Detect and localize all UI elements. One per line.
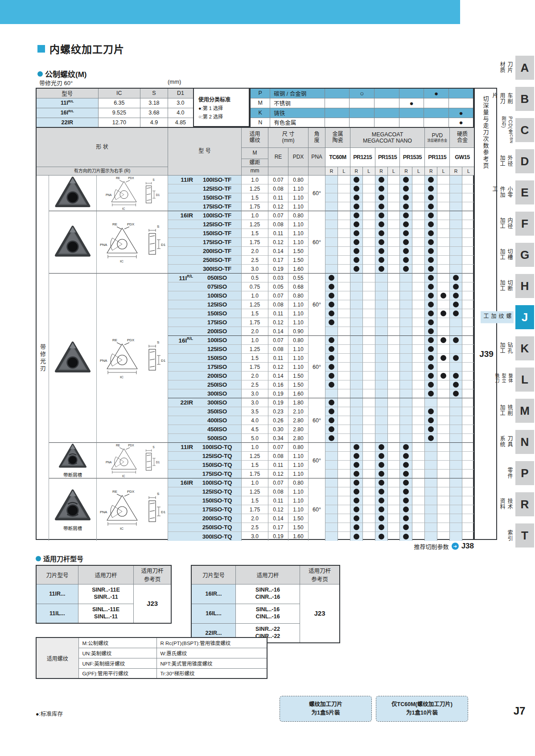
model-cell: 125ISO-TF [168, 220, 242, 229]
model-cell: 300ISO-TF [168, 265, 242, 274]
insert-selection-table: 形 状有方向的刀片图示为右手 (R)型 号适用螺纹M螺距mm尺 寸(mm)REP… [36, 127, 474, 540]
availability-cell [388, 363, 400, 372]
availability-cell [338, 478, 350, 487]
availability-cell [338, 238, 350, 247]
material-application-table: P碳钢 / 合金钢○●M不锈钢●K铸铁●N有色金属● [250, 88, 474, 128]
angle-header: 角度 [309, 128, 325, 148]
availability-cell [325, 220, 338, 229]
header-text: 角 [314, 131, 319, 138]
availability-cell [388, 434, 400, 443]
model-cell: 11IR/L050ISO [168, 274, 242, 282]
re-cell: 0.07 [268, 176, 288, 184]
material-mark-cell [350, 118, 374, 127]
spec-header-cell: 型号 [36, 88, 98, 98]
carbide-header: 硬质合金 [450, 128, 475, 148]
pitch-cell: 1.5 [242, 229, 268, 238]
availability-cell [388, 211, 400, 220]
availability-cell [375, 220, 388, 229]
sidebar-tab-label: 小零件加工 [491, 187, 514, 199]
pdx-cell: 1.10 [288, 202, 309, 211]
availability-cell [338, 407, 350, 416]
availability-cell [388, 380, 400, 389]
model-cell: 150ISO-TQ [168, 496, 242, 505]
availability-cell [437, 211, 450, 220]
availability-cell [425, 443, 437, 452]
availability-cell [437, 425, 450, 434]
availability-cell [400, 318, 412, 327]
availability-cell [412, 470, 425, 478]
re-cell: 0.11 [268, 354, 288, 363]
model-name: 075ISO [193, 283, 241, 290]
availability-cell [437, 398, 450, 407]
availability-cell [350, 461, 363, 470]
availability-cell [375, 282, 388, 291]
availability-cell [338, 211, 350, 220]
availability-cell [412, 265, 425, 274]
first-choice-dot [329, 426, 334, 432]
cermet-header: 金属陶瓷 [325, 128, 350, 148]
svg-text:RE: RE [112, 338, 117, 342]
availability-cell [425, 532, 437, 541]
availability-cell [388, 416, 400, 425]
availability-cell [338, 309, 350, 318]
availability-cell [388, 202, 400, 211]
first-choice-dot [428, 382, 434, 388]
availability-cell [450, 452, 462, 461]
grade-header-pr1535: PR1535 [400, 148, 425, 167]
first-choice-dot [403, 195, 409, 200]
re-cell: 0.08 [268, 452, 288, 461]
availability-cell [400, 211, 412, 220]
first-choice-dot [379, 204, 384, 209]
availability-cell [400, 389, 412, 398]
legend-item-cell: R Rc(PT)(BSPT):管用锥度螺纹 [156, 637, 267, 648]
pdx-cell: 0.68 [288, 282, 309, 291]
availability-cell [400, 238, 412, 247]
sidebar-tab-letter: E [515, 180, 534, 204]
top-color-band [0, 0, 460, 24]
availability-cell [462, 247, 475, 256]
header-line: 参考页 [134, 575, 171, 583]
availability-cell [325, 523, 338, 532]
sidebar-label-text: 技术资料 [498, 499, 514, 511]
first-choice-dot [428, 328, 434, 334]
unit-note: (mm) [168, 78, 181, 85]
pitch-cell: 1.25 [242, 345, 268, 354]
availability-cell [425, 452, 437, 461]
table-body-grid: 带修光刃REPDXPNAICSD1REPDXPNAICSD1REPDXPNAIC… [37, 176, 473, 541]
header-text: 陶瓷 [332, 138, 343, 144]
sidebar-tab-label: 外径加工 [498, 155, 514, 168]
first-choice-dot [403, 498, 409, 503]
availability-cell [375, 336, 388, 345]
model-cell: 125ISO [168, 345, 242, 354]
holder-model-cell: 16IL... [191, 604, 235, 623]
first-choice-dot [403, 266, 409, 272]
availability-cell [388, 523, 400, 532]
material-mark-cell [374, 118, 399, 127]
first-choice-dot [354, 534, 359, 539]
availability-cell [363, 523, 375, 532]
availability-cell [363, 327, 375, 336]
holder-header-cell: 适用刀杆参考页 [300, 565, 340, 584]
first-choice-dot [428, 391, 434, 396]
pitch-cell: 0.5 [242, 274, 268, 282]
first-choice-dot [428, 337, 434, 343]
insert-photo [49, 274, 97, 443]
holder-code: CINL..-16 [236, 613, 300, 621]
availability-cell [400, 220, 412, 229]
first-choice-dot [329, 435, 334, 441]
pitch-cell: 1.5 [242, 461, 268, 470]
availability-cell [437, 300, 450, 309]
holder-model-cell: 11IL... [36, 604, 78, 623]
availability-cell [338, 318, 350, 327]
holder-codes-cell: SINR..-11ESINR..-11 [78, 584, 133, 604]
availability-cell [425, 184, 437, 193]
availability-cell [437, 487, 450, 496]
availability-cell [338, 425, 350, 434]
availability-cell [350, 389, 363, 398]
availability-cell [412, 309, 425, 318]
availability-cell [350, 229, 363, 238]
pdx-cell: 1.10 [288, 193, 309, 202]
availability-cell [363, 274, 375, 282]
availability-cell [363, 505, 375, 514]
availability-cell [462, 372, 475, 380]
